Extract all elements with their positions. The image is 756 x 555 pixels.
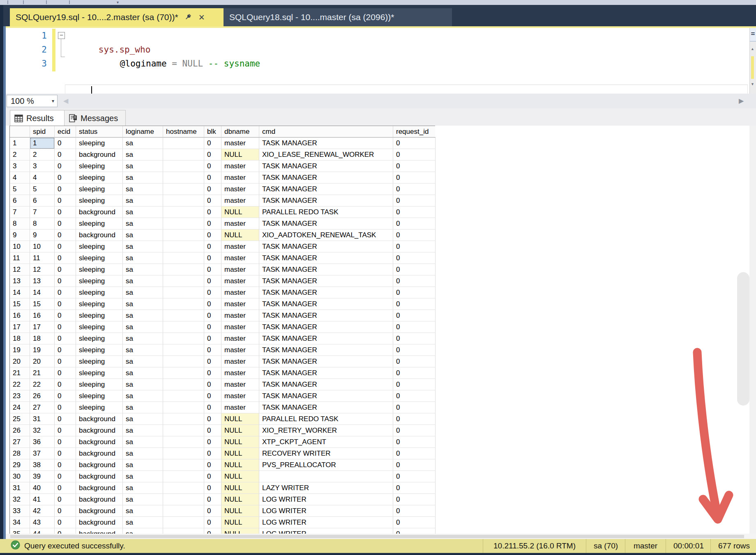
grid-cell[interactable]: 0 (393, 390, 436, 402)
grid-cell[interactable]: 0 (204, 252, 221, 264)
grid-cell[interactable]: sa (123, 413, 163, 425)
results-horizontal-scrollbar[interactable] (6, 534, 756, 539)
row-header-cell[interactable]: 18 (10, 333, 30, 344)
grid-cell[interactable] (163, 241, 204, 252)
grid-cell[interactable]: 0 (55, 390, 76, 402)
grid-cell[interactable]: 0 (204, 448, 221, 459)
grid-cell[interactable]: NULL (221, 482, 259, 494)
grid-cell[interactable]: sa (123, 344, 163, 356)
grid-cell[interactable]: 0 (204, 356, 221, 367)
grid-cell[interactable]: 36 (30, 436, 55, 448)
grid-cell[interactable]: 0 (204, 229, 221, 241)
grid-cell[interactable]: 0 (393, 149, 436, 161)
grid-cell[interactable]: 0 (55, 459, 76, 471)
grid-cell[interactable]: sa (123, 195, 163, 206)
grid-cell[interactable]: 32 (30, 425, 55, 436)
grid-cell[interactable]: PARALLEL REDO TASK (259, 206, 393, 218)
grid-cell[interactable]: TASK MANAGER (259, 298, 393, 310)
zoom-level-dropdown[interactable]: 100 % ▾ (7, 95, 58, 107)
grid-cell[interactable]: 0 (55, 161, 76, 172)
row-header-cell[interactable]: 22 (10, 379, 30, 390)
column-header-cell[interactable]: request_id (393, 126, 436, 138)
grid-cell[interactable]: sa (123, 149, 163, 161)
row-header-cell[interactable]: 8 (10, 218, 30, 229)
code-fold-icon[interactable]: − (58, 32, 65, 39)
grid-cell[interactable]: 0 (55, 218, 76, 229)
grid-cell[interactable]: 19 (30, 344, 55, 356)
grid-cell[interactable]: sa (123, 275, 163, 287)
grid-cell[interactable]: sleeping (76, 241, 123, 252)
grid-cell[interactable]: 12 (30, 264, 55, 275)
column-header-cell[interactable]: status (76, 126, 123, 138)
grid-cell[interactable]: TASK MANAGER (259, 390, 393, 402)
grid-cell[interactable]: 0 (393, 402, 436, 413)
grid-cell[interactable]: 0 (55, 333, 76, 344)
grid-cell[interactable]: background (76, 206, 123, 218)
grid-cell[interactable]: master (221, 344, 259, 356)
grid-cell[interactable]: master (221, 252, 259, 264)
column-header-cell[interactable]: loginame (123, 126, 163, 138)
grid-cell[interactable]: sleeping (76, 264, 123, 275)
grid-cell[interactable]: 0 (204, 206, 221, 218)
grid-cell[interactable] (163, 517, 204, 528)
grid-cell[interactable]: 0 (55, 310, 76, 321)
row-header-cell[interactable]: 10 (10, 241, 30, 252)
grid-cell[interactable]: TASK MANAGER (259, 138, 393, 149)
grid-cell[interactable]: background (76, 471, 123, 482)
column-header-cell[interactable]: hostname (163, 126, 204, 138)
grid-cell[interactable]: TASK MANAGER (259, 218, 393, 229)
grid-cell[interactable]: 0 (204, 321, 221, 333)
grid-cell[interactable]: master (221, 241, 259, 252)
grid-cell[interactable]: 44 (30, 528, 55, 534)
grid-cell[interactable]: sleeping (76, 344, 123, 356)
grid-cell[interactable]: 0 (393, 528, 436, 534)
grid-cell[interactable]: sa (123, 252, 163, 264)
row-header-cell[interactable]: 2 (10, 149, 30, 161)
row-header-cell[interactable]: 28 (10, 448, 30, 459)
row-header-cell[interactable]: 21 (10, 367, 30, 379)
grid-cell[interactable]: 0 (393, 448, 436, 459)
grid-cell[interactable]: sa (123, 264, 163, 275)
grid-cell[interactable]: sleeping (76, 390, 123, 402)
grid-cell[interactable]: NULL (221, 206, 259, 218)
grid-cell[interactable]: NULL (221, 459, 259, 471)
grid-cell[interactable]: sa (123, 402, 163, 413)
grid-cell[interactable]: 0 (393, 321, 436, 333)
grid-cell[interactable]: 0 (204, 494, 221, 505)
grid-cell[interactable]: 0 (204, 333, 221, 344)
grid-cell[interactable]: sleeping (76, 379, 123, 390)
grid-cell[interactable]: master (221, 183, 259, 195)
grid-cell[interactable]: 26 (30, 390, 55, 402)
grid-cell[interactable]: 0 (55, 494, 76, 505)
grid-cell[interactable]: 0 (55, 241, 76, 252)
grid-cell[interactable]: 0 (55, 528, 76, 534)
grid-cell[interactable] (163, 310, 204, 321)
row-header-cell[interactable]: 5 (10, 183, 30, 195)
row-header-cell[interactable]: 32 (10, 494, 30, 505)
grid-cell[interactable] (163, 356, 204, 367)
grid-cell[interactable] (163, 161, 204, 172)
grid-cell[interactable]: 0 (55, 149, 76, 161)
grid-cell[interactable]: 40 (30, 482, 55, 494)
grid-cell[interactable]: 0 (204, 505, 221, 517)
grid-cell[interactable]: 0 (204, 379, 221, 390)
grid-cell[interactable]: master (221, 275, 259, 287)
grid-cell[interactable] (163, 459, 204, 471)
grid-cell[interactable]: 0 (55, 344, 76, 356)
grid-cell[interactable]: sa (123, 333, 163, 344)
column-header-cell[interactable]: cmd (259, 126, 393, 138)
grid-cell[interactable]: background (76, 425, 123, 436)
grid-cell[interactable]: 21 (30, 367, 55, 379)
grid-cell[interactable]: 0 (204, 172, 221, 183)
grid-cell[interactable]: 0 (204, 298, 221, 310)
grid-cell[interactable]: 0 (55, 413, 76, 425)
grid-cell[interactable] (163, 471, 204, 482)
row-header-cell[interactable]: 16 (10, 310, 30, 321)
grid-cell[interactable]: 0 (55, 425, 76, 436)
grid-cell[interactable]: NULL (221, 425, 259, 436)
grid-cell[interactable]: PARALLEL REDO TASK (259, 413, 393, 425)
grid-cell[interactable]: 18 (30, 333, 55, 344)
grid-cell[interactable]: 0 (393, 344, 436, 356)
row-header-cell[interactable]: 34 (10, 517, 30, 528)
grid-cell[interactable]: PVS_PREALLOCATOR (259, 459, 393, 471)
